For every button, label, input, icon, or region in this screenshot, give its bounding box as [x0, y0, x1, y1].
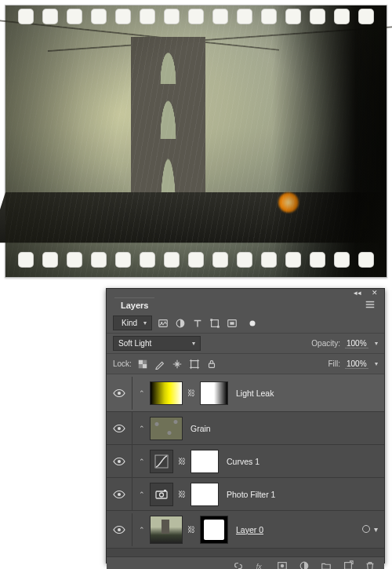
filter-smart-icon[interactable] [226, 317, 238, 330]
document-preview [5, 5, 387, 278]
lock-position-icon[interactable] [171, 358, 183, 370]
layer-row[interactable]: ⌃ ⛓ Light Leak [107, 374, 384, 412]
svg-rect-12 [143, 359, 147, 363]
layer-mask-thumbnail[interactable] [191, 483, 219, 506]
lock-label: Lock: [113, 359, 132, 368]
collapse-icon[interactable]: ◂◂ [351, 286, 364, 299]
visibility-toggle[interactable] [113, 422, 125, 435]
svg-point-9 [250, 320, 256, 326]
layer-style-icon[interactable]: fx [254, 560, 267, 569]
svg-point-28 [281, 564, 284, 567]
svg-rect-23 [164, 490, 166, 491]
layer-row[interactable]: ⌃ ⛓ Layer 0 ▾ [107, 511, 384, 549]
delete-layer-icon[interactable] [364, 560, 376, 569]
layer-thumbnail[interactable] [150, 516, 183, 544]
layer-name[interactable]: Grain [187, 424, 211, 433]
layer-mask-thumbnail[interactable] [200, 381, 228, 405]
chevron-down-icon: ▾ [372, 340, 378, 347]
chevron-down-icon[interactable]: ▾ [374, 525, 378, 534]
layer-name[interactable]: Photo Filter 1 [223, 490, 275, 499]
smartfilter-indicator: ⌃ [139, 526, 145, 534]
layer-mask-thumbnail[interactable] [191, 450, 219, 473]
layer-name[interactable]: Curves 1 [223, 457, 260, 466]
filter-row: Kind ▾ [107, 313, 384, 334]
panel-footer: fx [107, 556, 384, 569]
fill-field[interactable]: 100% ▾ [345, 356, 378, 371]
svg-rect-11 [143, 364, 147, 368]
filter-kind-label: Kind [122, 319, 137, 327]
layer-name[interactable]: Light Leak [233, 388, 274, 398]
filter-toggle[interactable] [246, 317, 259, 330]
visibility-toggle[interactable] [113, 523, 125, 536]
divider [132, 445, 132, 478]
layer-thumbnail[interactable] [150, 417, 183, 440]
vignette [5, 5, 387, 277]
add-mask-icon[interactable] [276, 560, 289, 569]
new-group-icon[interactable] [320, 560, 332, 569]
svg-rect-10 [139, 359, 143, 363]
link-mask-icon[interactable]: ⛓ [178, 457, 186, 465]
adjustment-icon-curves[interactable] [150, 450, 173, 473]
link-mask-icon[interactable]: ⛓ [187, 525, 195, 534]
smartfilter-indicator: ⌃ [139, 491, 145, 498]
smartfilter-indicator: ⌃ [139, 389, 145, 397]
svg-point-16 [118, 392, 121, 395]
blend-row: Soft Light ▾ Opacity: 100% ▾ [107, 334, 384, 354]
svg-rect-30 [345, 563, 352, 569]
new-adjustment-icon[interactable] [298, 560, 310, 569]
tab-layers[interactable]: Layers [114, 297, 154, 312]
filter-kind-select[interactable]: Kind ▾ [113, 316, 152, 330]
opacity-label: Opacity: [311, 339, 340, 348]
divider [132, 478, 132, 511]
svg-point-24 [118, 528, 121, 531]
svg-point-20 [118, 493, 121, 496]
blend-mode-select[interactable]: Soft Light ▾ [113, 336, 201, 351]
opacity-field[interactable]: 100% ▾ [345, 336, 378, 351]
svg-rect-15 [209, 363, 214, 367]
new-layer-icon[interactable] [342, 560, 354, 569]
link-mask-icon[interactable]: ⛓ [187, 388, 195, 397]
close-icon[interactable]: ✕ [368, 286, 381, 299]
layer-row[interactable]: ⌃ ⛓ Curves 1 [107, 445, 384, 478]
lock-transparency-icon[interactable] [136, 358, 149, 370]
layer-name[interactable]: Layer 0 [233, 525, 263, 534]
svg-point-22 [160, 493, 164, 497]
chevron-down-icon: ▾ [372, 360, 378, 367]
svg-rect-14 [191, 360, 198, 367]
filter-adjustment-icon[interactable] [174, 317, 187, 330]
opacity-value: 100% [345, 339, 368, 348]
layer-thumbnail[interactable] [150, 381, 183, 405]
divider [132, 377, 132, 410]
svg-rect-21 [156, 491, 167, 498]
visibility-toggle[interactable] [113, 455, 125, 468]
chevron-down-icon: ▾ [140, 319, 147, 326]
filter-type-icon[interactable] [191, 317, 204, 330]
lock-pixels-icon[interactable] [154, 358, 166, 370]
adjustment-icon-photo-filter[interactable] [150, 483, 173, 506]
blend-mode-value: Soft Light [118, 339, 151, 348]
fill-label: Fill: [328, 359, 340, 368]
smartfilter-indicator: ⌃ [139, 458, 145, 465]
lock-all-icon[interactable] [205, 358, 218, 370]
panel-tabs: Layers [107, 296, 384, 313]
svg-rect-13 [139, 364, 143, 368]
panel-menu-icon[interactable] [364, 298, 376, 311]
divider [132, 412, 132, 445]
svg-text:fx: fx [256, 563, 262, 570]
link-layers-icon[interactable] [232, 560, 245, 569]
svg-rect-6 [217, 326, 220, 328]
visibility-toggle[interactable] [113, 387, 125, 399]
visibility-toggle[interactable] [113, 488, 125, 501]
filter-pixel-icon[interactable] [157, 317, 169, 330]
svg-point-18 [118, 460, 121, 463]
layer-row[interactable]: ⌃ Grain [107, 412, 384, 445]
layers-list: ⌃ ⛓ Light Leak ⌃ Grain ⌃ ⛓ Curves 1 ⌃ [107, 374, 384, 556]
layer-row[interactable]: ⌃ ⛓ Photo Filter 1 [107, 478, 384, 511]
layer-mask-thumbnail[interactable] [200, 516, 228, 544]
lock-artboard-icon[interactable] [188, 358, 201, 370]
link-mask-icon[interactable]: ⛓ [178, 490, 186, 498]
chevron-down-icon: ▾ [189, 340, 195, 347]
filter-shape-icon[interactable] [209, 317, 221, 330]
smart-object-icon [361, 524, 371, 535]
film-sprockets-top [5, 9, 387, 31]
